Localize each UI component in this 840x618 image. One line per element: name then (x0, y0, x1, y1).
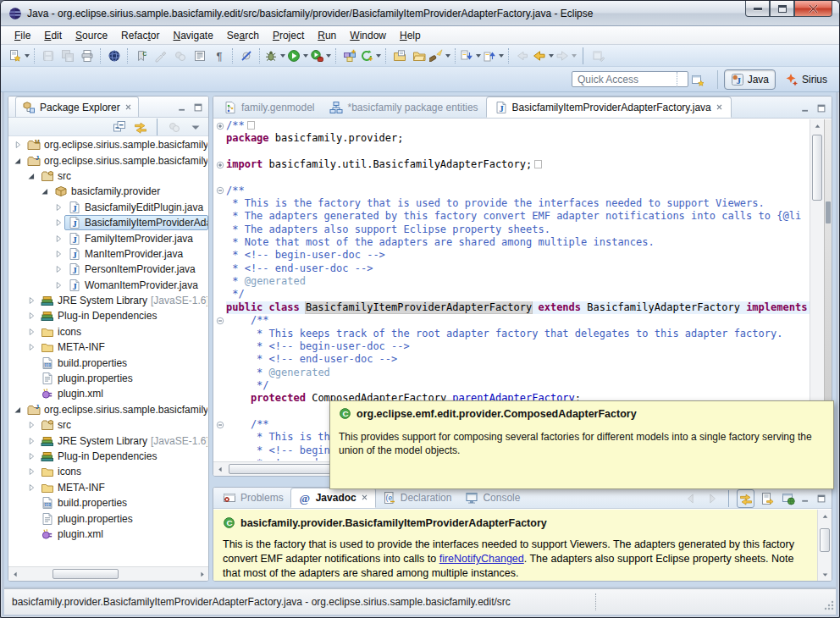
view-filter-button[interactable] (165, 119, 183, 135)
menu-navigate[interactable]: Navigate (166, 27, 219, 44)
tree-item-src[interactable]: src (8, 168, 208, 184)
tree-item-plug-in-dependencies[interactable]: Plug-in Dependencies (8, 308, 208, 323)
show-in-source-button[interactable] (758, 489, 776, 508)
menu-help[interactable]: Help (393, 27, 428, 44)
generate-code-button[interactable] (360, 47, 381, 65)
prev-annotation-button[interactable] (483, 47, 504, 65)
search-button[interactable] (429, 47, 450, 65)
javadoc-vscroll-thumb[interactable] (820, 528, 830, 552)
save-all-button[interactable] (58, 47, 76, 65)
expand-arrow[interactable] (25, 170, 37, 182)
debug-button[interactable] (264, 47, 285, 65)
editor-vscroll-thumb[interactable] (812, 135, 822, 201)
menu-edit[interactable]: Edit (37, 27, 69, 44)
tree-item-plug-in-dependencies[interactable]: Plug-in Dependencies (8, 449, 208, 464)
quick-access-input[interactable] (572, 71, 688, 87)
expand-arrow[interactable] (12, 155, 24, 167)
fold-margin[interactable] (213, 158, 226, 171)
globe-button[interactable] (105, 47, 123, 65)
view-menu-button[interactable] (186, 119, 204, 135)
sirius-perspective-button[interactable]: Sirius (778, 69, 834, 90)
expand-arrow[interactable] (25, 310, 37, 322)
expand-arrow[interactable] (52, 248, 64, 260)
dropdown-arrow-icon[interactable] (476, 54, 481, 58)
save-button[interactable] (39, 47, 57, 65)
text-block-button[interactable] (191, 47, 208, 65)
dropdown-arrow-icon[interactable] (280, 54, 285, 58)
sb-up-button[interactable] (810, 119, 824, 133)
tree-item-plugin-xml[interactable]: plugin.xml (8, 386, 208, 401)
expand-arrow[interactable] (25, 450, 37, 462)
pilcrow-button[interactable]: ¶ (210, 47, 228, 65)
tree-item-build-properties[interactable]: 010build.properties (8, 355, 208, 370)
tag-button[interactable]: C (132, 47, 150, 65)
expand-arrow[interactable] (12, 139, 24, 151)
resize-grip[interactable] (823, 599, 834, 613)
back-button[interactable] (533, 47, 554, 65)
new-project-button[interactable] (340, 47, 358, 65)
pin-editor-button[interactable] (589, 47, 607, 65)
menu-source[interactable]: Source (69, 27, 114, 44)
dropdown-arrow-icon[interactable] (303, 54, 308, 58)
expand-arrow[interactable] (39, 185, 51, 197)
expand-arrow[interactable] (25, 341, 37, 353)
tree-item-basicfamily-provider[interactable]: basicfamily.provider (8, 184, 208, 199)
link-with-editor-button[interactable] (131, 119, 149, 135)
tree-item-plugin-xml[interactable]: plugin.xml (8, 527, 208, 542)
tree-item-basicfamilyitemprovideradapterfactory-java[interactable]: JBasicfamilyItemProviderAdapterFactory.j… (8, 215, 208, 230)
back-nav-button[interactable] (682, 489, 699, 508)
maximize-view-button[interactable] (191, 101, 205, 113)
dropdown-arrow-icon[interactable] (549, 54, 554, 58)
tree-item-jre-system-library[interactable]: JRE System Library [JavaSE-1.6] (8, 433, 208, 448)
new-wizard-button[interactable] (8, 47, 30, 65)
fold-margin[interactable] (213, 119, 226, 132)
tree-item-org-eclipse-sirius-sample-basicfamily-edit[interactable]: Jorg.eclipse.sirius.sample.basicfamily.e… (8, 152, 208, 168)
fold-margin[interactable] (213, 314, 226, 327)
last-edit-button[interactable] (513, 47, 531, 65)
maximize-bottom-button[interactable] (815, 492, 828, 505)
sb-left-button[interactable] (8, 567, 22, 581)
expand-arrow[interactable] (52, 201, 64, 213)
tree-item-womanitemprovider-java[interactable]: JWomanItemProvider.java (8, 278, 208, 293)
sb-up-button[interactable] (818, 510, 832, 523)
tree-item-plugin-properties[interactable]: plugin.properties (8, 371, 208, 386)
dropdown-arrow-icon[interactable] (25, 54, 30, 58)
tree-item-org-eclipse-sirius-sample-basicfamily-editor[interactable]: Jorg.eclipse.sirius.sample.basicfamily.e… (8, 402, 208, 417)
status-splitter[interactable] (595, 593, 596, 610)
minimize-editor-button[interactable] (799, 102, 812, 114)
tab-problems[interactable]: Problems (216, 488, 290, 508)
dropdown-arrow-icon[interactable] (326, 54, 331, 58)
expand-arrow[interactable] (52, 233, 64, 245)
maximize-button[interactable] (770, 1, 794, 17)
tree-item-org-eclipse-sirius-sample-basicfamily[interactable]: Morg.eclipse.sirius.sample.basicfamily (8, 137, 208, 152)
tab-basicfamily-package-entities[interactable]: *basicfamily package entities (322, 97, 485, 118)
run-button[interactable] (287, 47, 308, 65)
brush-button[interactable] (152, 47, 169, 65)
tab-console[interactable]: Console (458, 488, 527, 508)
expand-arrow[interactable] (52, 217, 64, 229)
open-folder-button[interactable] (410, 47, 428, 65)
tree-item-src[interactable]: src (8, 417, 208, 433)
tree-item-icons[interactable]: icons (8, 464, 208, 479)
sb-right-button[interactable] (195, 567, 208, 581)
folded-region-box[interactable] (534, 160, 542, 168)
collapse-all-button[interactable] (110, 119, 128, 135)
tree-hscroll-thumb[interactable] (52, 569, 119, 579)
tree-item-meta-inf[interactable]: META-INF (8, 339, 208, 355)
open-resource-button[interactable] (390, 47, 408, 65)
menu-project[interactable]: Project (266, 27, 311, 44)
expand-arrow[interactable] (25, 482, 37, 494)
close-tab-icon[interactable] (361, 492, 368, 504)
folded-region-box[interactable] (247, 121, 255, 130)
package-explorer-tab[interactable]: Package Explorer (15, 97, 139, 117)
fold-margin[interactable] (213, 418, 226, 431)
tab-javadoc[interactable]: @Javadoc (290, 488, 376, 508)
close-view-icon[interactable] (124, 102, 132, 113)
dropdown-arrow-icon[interactable] (499, 54, 504, 58)
menu-window[interactable]: Window (343, 27, 393, 44)
minimize-bottom-button[interactable] (799, 492, 812, 505)
tree-hscrollbar[interactable] (8, 566, 208, 581)
sb-left-button[interactable] (213, 462, 227, 476)
maximize-editor-button[interactable] (815, 102, 828, 114)
tree-item-familyitemprovider-java[interactable]: JFamilyItemProvider.java (8, 230, 208, 246)
